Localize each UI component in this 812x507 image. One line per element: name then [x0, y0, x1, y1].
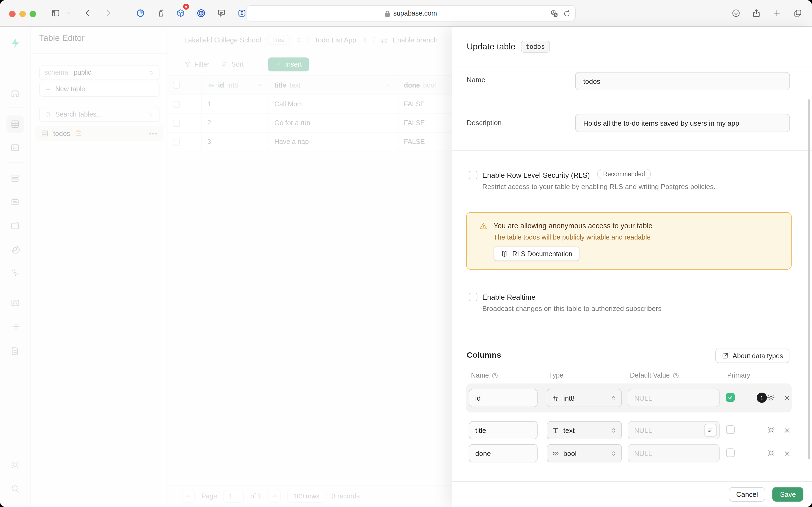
rail-docs-icon[interactable] — [6, 342, 23, 359]
next-page-button[interactable] — [268, 490, 281, 503]
filter-button[interactable]: Filter — [184, 60, 210, 68]
help-icon[interactable] — [491, 372, 499, 379]
column-name-input[interactable] — [469, 444, 537, 462]
default-value-options-button[interactable] — [704, 424, 717, 437]
rail-logs-icon[interactable] — [6, 318, 23, 335]
rls-checkbox[interactable] — [469, 171, 477, 179]
collapse-icon[interactable] — [148, 111, 154, 118]
new-table-button[interactable]: New table — [39, 81, 160, 97]
row-checkbox[interactable] — [173, 119, 180, 126]
search-tables-field[interactable] — [55, 111, 144, 118]
rail-table-editor-icon[interactable] — [6, 115, 23, 133]
zoom-window-button[interactable] — [30, 11, 36, 17]
chevron-up-down-icon[interactable] — [296, 37, 301, 43]
back-button[interactable] — [81, 7, 94, 19]
chevron-down-icon[interactable] — [64, 7, 72, 19]
package-heart-extension-icon[interactable] — [175, 7, 186, 19]
primary-checkbox[interactable] — [726, 426, 735, 434]
forward-button[interactable] — [102, 7, 114, 19]
new-tab-button[interactable] — [771, 7, 782, 19]
chevron-up-down-icon — [611, 395, 617, 401]
rail-search-icon[interactable] — [6, 480, 23, 497]
realtime-checkbox[interactable] — [469, 293, 477, 301]
tab-overview-button[interactable] — [792, 7, 803, 19]
chevron-down-icon[interactable] — [386, 82, 393, 88]
remove-column-icon[interactable] — [783, 427, 791, 435]
table-item-menu-button[interactable]: ••• — [149, 129, 158, 137]
table-row[interactable]: 3 Have a nap FALSE — [168, 133, 452, 152]
rail-settings-icon[interactable] — [6, 456, 23, 474]
org-name[interactable]: Lakefield College School — [184, 36, 261, 44]
remove-column-icon[interactable] — [783, 450, 791, 458]
column-default-input[interactable] — [628, 444, 719, 462]
insert-button[interactable]: Insert — [268, 57, 309, 71]
chevron-down-icon[interactable] — [257, 82, 263, 88]
table-description-input[interactable] — [575, 114, 790, 132]
rows-per-page-button[interactable]: 100 rows — [287, 490, 325, 503]
column-type-select[interactable]: int8 — [547, 389, 622, 407]
one-password-extension-icon[interactable] — [195, 7, 207, 19]
schema-select[interactable]: schema: public — [39, 65, 160, 80]
reload-icon[interactable] — [563, 10, 571, 18]
table-name-input[interactable] — [575, 72, 790, 90]
rail-divider — [6, 162, 24, 163]
remove-column-icon[interactable] — [783, 394, 791, 402]
supabase-logo-icon[interactable] — [6, 35, 23, 52]
downloads-button[interactable] — [730, 7, 742, 19]
about-data-types-button[interactable]: About data types — [715, 349, 790, 363]
help-icon[interactable] — [673, 372, 679, 379]
sidebar-toggle-icon[interactable] — [49, 7, 61, 19]
rail-sql-editor-icon[interactable] — [6, 139, 23, 156]
cancel-button[interactable]: Cancel — [729, 487, 765, 502]
sort-label: Sort — [231, 60, 244, 68]
spray-extension-icon[interactable] — [155, 7, 167, 19]
table-row[interactable]: 1 Call Mom FALSE — [168, 95, 452, 114]
select-all-checkbox[interactable] — [173, 81, 180, 89]
panel-scrollbar[interactable] — [808, 99, 810, 459]
column-settings-gear-icon[interactable] — [766, 426, 775, 435]
speech-extension-icon[interactable] — [215, 7, 227, 19]
address-bar[interactable]: supabase.com — [246, 5, 576, 21]
rail-edge-functions-icon[interactable] — [6, 241, 23, 258]
page-number-input[interactable] — [223, 490, 244, 503]
column-header-id[interactable]: id int8 — [202, 76, 269, 95]
rail-database-icon[interactable] — [6, 170, 23, 187]
rail-home-icon[interactable] — [6, 84, 23, 102]
enable-branch-button[interactable]: Enable branch — [393, 36, 438, 44]
cell-id: 1 — [207, 101, 211, 108]
save-button[interactable]: Save — [772, 487, 803, 502]
project-name[interactable]: Todo List App — [314, 36, 356, 44]
warning-title: You are allowing anonymous access to you… — [494, 222, 652, 230]
column-name-input[interactable] — [469, 389, 537, 407]
rail-auth-icon[interactable] — [6, 193, 23, 211]
chevron-down-icon — [275, 61, 281, 67]
column-header-done[interactable]: done bool — [399, 76, 452, 95]
rail-storage-icon[interactable] — [6, 217, 23, 234]
sidebar-table-item-todos[interactable]: todos ••• — [36, 126, 163, 141]
row-checkbox[interactable] — [173, 101, 180, 108]
chevron-up-down-icon[interactable] — [362, 37, 367, 43]
pie-extension-icon[interactable] — [134, 7, 146, 19]
column-settings-gear-icon[interactable] — [766, 393, 775, 402]
share-button[interactable] — [750, 7, 762, 19]
rail-realtime-icon[interactable] — [6, 264, 23, 281]
rail-reports-icon[interactable] — [6, 294, 23, 312]
column-settings-gear-icon[interactable] — [766, 448, 775, 458]
close-window-button[interactable] — [9, 11, 15, 17]
rls-documentation-button[interactable]: RLS Documentation — [494, 246, 579, 261]
column-header-title[interactable]: title text — [269, 76, 399, 95]
translate-icon[interactable] — [550, 10, 559, 18]
primary-checkbox[interactable] — [726, 448, 735, 457]
column-name-input[interactable] — [469, 421, 537, 439]
row-checkbox[interactable] — [173, 138, 180, 145]
previous-page-button[interactable] — [182, 490, 195, 503]
table-row[interactable]: 2 Go for a run FALSE — [168, 114, 452, 133]
primary-checkbox[interactable] — [726, 393, 735, 402]
column-type-select[interactable]: text — [547, 421, 622, 439]
search-tables-input[interactable] — [39, 107, 160, 122]
columns-heading: Columns — [467, 350, 501, 359]
column-default-input[interactable] — [628, 389, 719, 407]
column-type-select[interactable]: bool — [547, 444, 622, 462]
minimize-window-button[interactable] — [19, 11, 26, 17]
sort-button[interactable]: Sort — [221, 60, 244, 68]
